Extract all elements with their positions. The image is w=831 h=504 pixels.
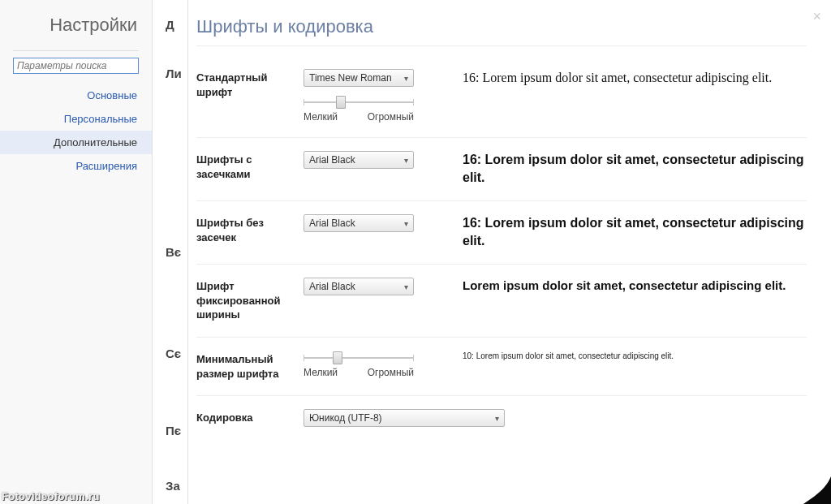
row-label-sans: Шрифты без засечек	[196, 214, 304, 249]
serif-font-select[interactable]: Arial Black	[304, 151, 414, 169]
sidebar-divider	[13, 50, 139, 51]
sidebar-title: Настройки	[0, 10, 152, 50]
row-sans-font: Шрифты без засечек Arial Black 16: Lorem…	[196, 206, 807, 265]
settings-sidebar: Настройки Основные Персональные Дополнит…	[0, 0, 153, 504]
serif-font-value: Arial Black	[309, 154, 355, 166]
search-input[interactable]	[13, 58, 139, 74]
fixed-font-preview: Lorem ipsum dolor sit amet, consectetur …	[433, 278, 807, 322]
watermark-text: Fotovideoforum.ru	[2, 490, 100, 502]
encoding-select[interactable]: Юникод (UTF-8)	[304, 409, 505, 427]
sans-font-select[interactable]: Arial Black	[304, 214, 414, 232]
min-size-slider[interactable]	[304, 351, 414, 365]
mid-label-1: Ли	[166, 67, 187, 80]
close-icon[interactable]: ×	[812, 8, 821, 25]
mid-label-3: Сє	[166, 347, 187, 360]
fixed-font-select[interactable]: Arial Black	[304, 278, 414, 295]
corner-decoration	[803, 476, 831, 504]
sidebar-item-general[interactable]: Основные	[0, 84, 152, 107]
standard-font-value: Times New Roman	[309, 72, 392, 84]
serif-font-preview: 16: Lorem ipsum dolor sit amet, consecte…	[433, 151, 807, 186]
standard-font-size-slider[interactable]	[304, 95, 414, 110]
mid-label-4: Пє	[166, 424, 187, 437]
slider-max-label: Огромный	[368, 367, 414, 378]
slider-min-label: Мелкий	[304, 367, 338, 378]
fonts-encoding-panel: × Шрифты и кодировка Стандартный шрифт T…	[188, 0, 831, 504]
row-label-fixed: Шрифт фиксированной ширины	[196, 278, 304, 322]
panel-title: Шрифты и кодировка	[196, 16, 807, 46]
slider-max-label: Огромный	[368, 111, 414, 123]
row-encoding: Кодировка Юникод (UTF-8)	[196, 401, 807, 442]
row-fixed-font: Шрифт фиксированной ширины Arial Black L…	[196, 269, 807, 338]
sans-font-preview: 16: Lorem ipsum dolor sit amet, consecte…	[433, 214, 807, 249]
standard-font-select[interactable]: Times New Roman	[304, 69, 414, 87]
mid-label-5: За	[166, 479, 187, 493]
sidebar-nav: Основные Персональные Дополнительные Рас…	[0, 84, 152, 178]
fixed-font-value: Arial Black	[309, 281, 355, 292]
sidebar-item-advanced[interactable]: Дополнительные	[0, 131, 152, 154]
slider-thumb-icon[interactable]	[333, 351, 342, 364]
mid-label-2: Вє	[166, 245, 187, 259]
slider-thumb-icon[interactable]	[336, 96, 346, 109]
row-serif-font: Шрифты с засечками Arial Black 16: Lorem…	[196, 143, 807, 201]
encoding-value: Юникод (UTF-8)	[309, 412, 382, 424]
minsize-preview: 10: Lorem ipsum dolor sit amet, consecte…	[433, 351, 807, 381]
sidebar-item-personal[interactable]: Персональные	[0, 107, 152, 131]
mid-label-0: Д	[166, 18, 187, 32]
row-label-serif: Шрифты с засечками	[196, 151, 304, 186]
row-standard-font: Стандартный шрифт Times New Roman Мелкий…	[196, 61, 807, 138]
sidebar-item-extensions[interactable]: Расширения	[0, 154, 152, 178]
row-label-encoding: Кодировка	[196, 409, 304, 427]
row-label-standard: Стандартный шрифт	[196, 69, 304, 123]
slider-min-label: Мелкий	[304, 111, 338, 123]
row-label-minsize: Минимальный размер шрифта	[196, 351, 304, 381]
sans-font-value: Arial Black	[309, 218, 355, 229]
underlying-panel-strip: Д Ли Вє Сє Пє За	[153, 0, 188, 504]
row-min-size: Минимальный размер шрифта Мелкий Огромны…	[196, 342, 807, 396]
standard-font-preview: 16: Lorem ipsum dolor sit amet, consecte…	[433, 69, 807, 123]
